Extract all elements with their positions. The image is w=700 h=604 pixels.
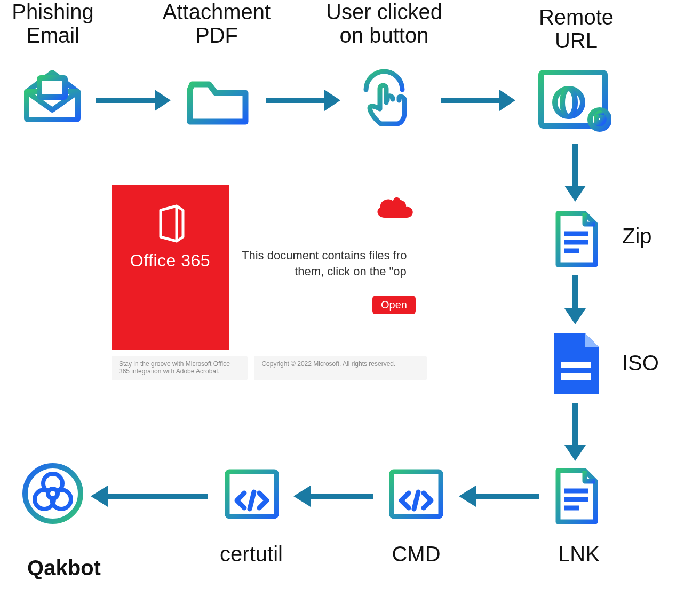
- node-label-zip: Zip: [622, 224, 681, 248]
- svg-line-41: [250, 492, 254, 509]
- svg-rect-26: [561, 373, 591, 380]
- arrow-left-3-icon: [91, 486, 208, 507]
- svg-marker-24: [564, 308, 586, 324]
- node-label-lnk: LNK: [544, 542, 614, 566]
- node-label-attachment-pdf: AttachmentPDF: [139, 0, 294, 47]
- office-box-icon: [154, 204, 186, 243]
- node-label-iso: ISO: [622, 351, 691, 375]
- svg-marker-33: [459, 486, 476, 507]
- arrow-down-2-icon: [564, 275, 586, 324]
- lure-product-label: Office 365: [112, 251, 229, 271]
- phishing-lure-card: Office 365 This document contains files …: [105, 179, 433, 386]
- node-label-qakbot: Qakbot: [11, 556, 117, 579]
- arrow-3-icon: [441, 90, 515, 111]
- svg-marker-28: [564, 445, 586, 461]
- svg-rect-37: [309, 494, 373, 499]
- svg-rect-25: [561, 362, 591, 368]
- certutil-code-icon: [223, 467, 281, 521]
- svg-line-36: [414, 492, 418, 509]
- node-label-certutil: certutil: [195, 542, 307, 566]
- iso-file-icon: [550, 331, 603, 396]
- svg-point-7: [562, 89, 575, 116]
- zip-file-icon: [553, 210, 600, 268]
- arrow-down-3-icon: [564, 403, 586, 461]
- node-label-remote-url: RemoteURL: [518, 5, 635, 52]
- svg-rect-27: [572, 403, 578, 446]
- lure-open-button[interactable]: Open: [372, 296, 416, 314]
- biohazard-icon: [21, 462, 84, 525]
- lnk-file-icon: [553, 467, 600, 525]
- arrow-left-1-icon: [459, 486, 539, 507]
- arrow-down-1-icon: [564, 144, 586, 202]
- arrow-2-icon: [266, 90, 340, 111]
- cloud-icon: [373, 194, 417, 221]
- node-label-user-clicked: User clickedon button: [304, 0, 464, 47]
- lure-footer: Stay in the groove with Microsoft Office…: [112, 356, 427, 380]
- svg-marker-38: [293, 486, 311, 507]
- svg-rect-16: [441, 98, 499, 103]
- lure-right-panel: This document contains files fro them, c…: [236, 185, 427, 350]
- svg-rect-12: [96, 98, 155, 103]
- touch-icon: [356, 67, 412, 129]
- svg-marker-13: [155, 90, 171, 111]
- cmd-code-icon: [387, 467, 445, 521]
- svg-rect-42: [107, 494, 208, 499]
- folder-icon: [186, 77, 250, 126]
- lure-office365-panel: Office 365: [112, 185, 229, 350]
- lure-footer-left: Stay in the groove with Microsoft Office…: [112, 356, 248, 380]
- arrow-1-icon: [96, 90, 171, 111]
- lure-body-text: This document contains files fro them, c…: [242, 248, 427, 279]
- diagram-stage: PhishingEmail AttachmentPDF User clicked…: [0, 0, 700, 604]
- svg-point-49: [48, 489, 58, 498]
- svg-rect-18: [572, 144, 578, 187]
- browser-globe-icon: [537, 68, 611, 132]
- svg-marker-43: [91, 486, 108, 507]
- svg-rect-32: [475, 494, 539, 499]
- svg-rect-1: [39, 78, 65, 97]
- email-icon: [20, 66, 84, 125]
- svg-rect-11: [596, 115, 603, 123]
- svg-rect-14: [266, 98, 324, 103]
- svg-rect-23: [572, 275, 578, 309]
- arrow-left-2-icon: [293, 486, 373, 507]
- node-label-phishing-email: PhishingEmail: [0, 0, 109, 47]
- svg-marker-15: [324, 90, 340, 111]
- node-label-cmd: CMD: [373, 542, 459, 566]
- svg-marker-19: [564, 186, 586, 202]
- svg-point-6: [555, 89, 583, 116]
- svg-marker-17: [499, 90, 515, 111]
- lure-footer-right: Copyright © 2022 Microsoft. All rights r…: [254, 356, 427, 380]
